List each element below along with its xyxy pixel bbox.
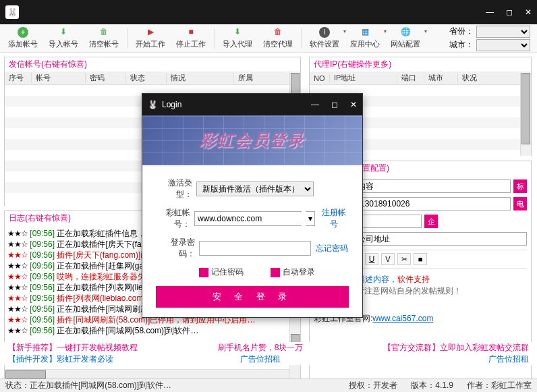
login-banner: 彩虹会员登录 <box>142 115 362 165</box>
activation-type-select[interactable]: 新版插件激活（插件版本） <box>196 181 314 196</box>
footer-r2[interactable]: 广告位招租 <box>383 354 529 365</box>
import-proxy-icon: ⬇ <box>232 27 243 38</box>
more-button[interactable]: ■ <box>414 253 427 265</box>
forgot-link[interactable]: 忘记密码 <box>315 243 349 254</box>
site-config-button[interactable]: 🌐网站配置▾ <box>385 26 426 51</box>
app-logo: 🐰 <box>5 5 19 19</box>
import-icon: ⬇ <box>58 27 69 38</box>
underline-button[interactable]: U <box>365 253 378 265</box>
accounts-header: 序号 帐号 密码 状态 情况 所属 <box>5 72 300 85</box>
start-work-button[interactable]: ▶开始工作 <box>130 26 171 51</box>
main-toolbar: +添加帐号 ⬇导入帐号 🗑清空帐号 ▶开始工作 ■停止工作 ⬇导入代理 🗑清空代… <box>0 24 537 53</box>
trash-icon: 🗑 <box>98 27 109 38</box>
add-account-button[interactable]: +添加帐号 <box>3 26 43 51</box>
login-titlebar: 🐰Login — ◻ ✕ <box>142 94 362 115</box>
trash-icon: 🗑 <box>273 27 283 38</box>
stop-icon: ■ <box>186 27 196 38</box>
autologin-checkbox[interactable]: 自动登录 <box>271 267 315 278</box>
title-btn[interactable]: 标 <box>513 179 527 193</box>
import-account-button[interactable]: ⬇导入帐号 <box>43 26 84 51</box>
strike-button[interactable]: V <box>381 253 395 265</box>
password-input[interactable] <box>199 241 311 256</box>
footer-links: 【新手推荐】一键打开发帖视频教程 【插件开发】彩虹开发者必读 刷手机名片赞，8块… <box>0 342 537 365</box>
login-dialog: 🐰Login — ◻ ✕ 彩虹会员登录 激活类型：新版插件激活（插件版本） 彩虹… <box>142 93 363 318</box>
minimize-button[interactable]: — <box>486 7 494 17</box>
stop-work-button[interactable]: ■停止工作 <box>171 26 211 51</box>
maximize-button[interactable]: ◻ <box>506 7 513 17</box>
register-link[interactable]: 注册帐号 <box>319 207 349 230</box>
login-close[interactable]: ✕ <box>350 100 357 109</box>
phone-btn[interactable]: 电 <box>513 197 527 211</box>
remember-checkbox[interactable]: 记住密码 <box>199 267 244 278</box>
province-select[interactable] <box>476 26 530 38</box>
footer-m2[interactable]: 广告位招租 <box>218 354 304 365</box>
login-minimize[interactable]: — <box>311 100 319 109</box>
proxies-header: NO IP地址 端口 城市 状况 <box>310 72 531 85</box>
apps-icon: ▦ <box>360 27 370 38</box>
city-select[interactable] <box>476 39 530 51</box>
login-logo: 🐰 <box>148 100 158 109</box>
window-controls: — ◻ ✕ <box>486 7 532 17</box>
login-maximize[interactable]: ◻ <box>331 100 338 109</box>
proxies-title: 代理IP(右键操作更多) <box>310 57 531 72</box>
play-icon: ▶ <box>145 27 156 38</box>
footer-l2[interactable]: 【插件开发】彩虹开发者必读 <box>8 354 138 365</box>
close-button[interactable]: ✕ <box>525 7 532 17</box>
city-label: 城市： <box>449 39 474 51</box>
add-icon: + <box>18 27 28 38</box>
login-submit-button[interactable]: 安 全 登 录 <box>156 286 349 308</box>
status-bar: 状态：正在加载插件[同城网(58.com)]到软件… 授权：开发者 版本：4.1… <box>0 379 537 392</box>
province-label: 省份： <box>449 26 474 37</box>
accounts-title: 发信帐号(右键有惊喜) <box>5 57 300 72</box>
footer-m1[interactable]: 刷手机名片赞，8块一万 <box>218 342 304 354</box>
cut-button[interactable]: ✂ <box>397 253 411 265</box>
phone-input[interactable] <box>357 197 511 211</box>
username-input[interactable] <box>194 211 302 226</box>
clear-proxy-button[interactable]: 🗑清空代理 <box>258 26 298 51</box>
import-proxy-button[interactable]: ⬇导入代理 <box>217 26 258 51</box>
clear-account-button[interactable]: 🗑清空帐号 <box>84 26 124 51</box>
info-icon: i <box>319 27 330 38</box>
room-btn[interactable]: 企 <box>424 215 438 228</box>
proxies-scrollbar[interactable] <box>520 72 531 156</box>
settings-button[interactable]: i软件设置▾ <box>304 26 345 51</box>
site-link[interactable]: www.cai567.com <box>372 314 433 323</box>
app-center-button[interactable]: ▦应用中心▾ <box>345 26 385 51</box>
footer-l1[interactable]: 【新手推荐】一键打开发帖视频教程 <box>8 342 138 354</box>
window-titlebar: 🐰 — ◻ ✕ <box>0 0 537 24</box>
footer-r1[interactable]: 【官方交流群】立即加入彩虹发帖交流群 <box>383 342 529 354</box>
globe-icon: 🌐 <box>400 27 411 38</box>
username-dropdown[interactable]: ▾ <box>306 211 315 226</box>
